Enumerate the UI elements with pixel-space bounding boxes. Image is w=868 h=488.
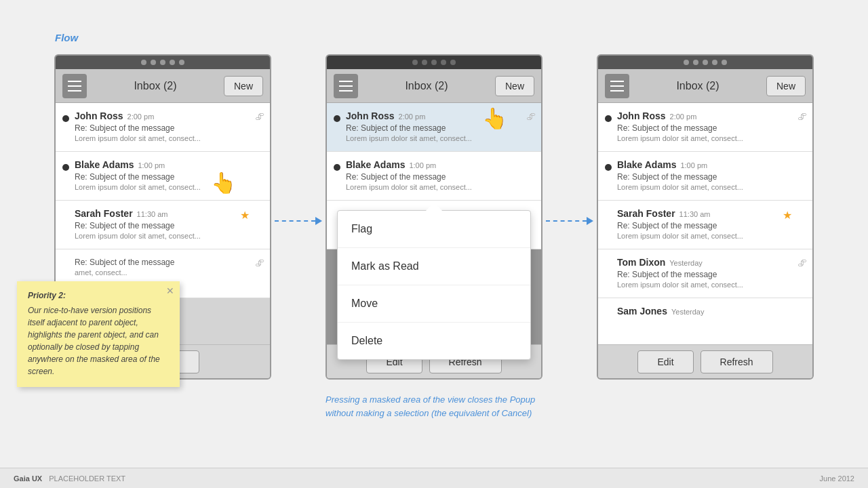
email-item[interactable]: Tom DixonYesterday Re: Subject of the me… [598, 249, 812, 298]
email-item[interactable]: John Ross2:00 pm Re: Subject of the mess… [598, 103, 812, 152]
menu-line [610, 81, 624, 82]
context-menu-flag[interactable]: Flag [338, 211, 530, 248]
attach-icon: 🖇 [797, 258, 807, 268]
attach-icon: 🖇 [526, 111, 536, 122]
phone-header-1: Inbox (2) New [56, 69, 270, 103]
menu-line [610, 90, 624, 92]
email-item[interactable]: Blake Adams1:00 pm Re: Subject of the me… [598, 152, 812, 201]
footer-brand: Gaia UX [14, 474, 42, 483]
phone-dot [684, 60, 689, 65]
menu-line [68, 90, 81, 92]
email-sender: Sam JonesYesterday [617, 305, 806, 317]
email-item[interactable]: Sam JonesYesterday [598, 298, 812, 347]
email-sender: Blake Adams1:00 pm [617, 159, 806, 171]
phone-dot [703, 60, 708, 65]
sticky-note-title: Priority 2: [28, 291, 169, 300]
menu-button-1[interactable] [62, 74, 87, 98]
footer-left: Gaia UX PLACEHOLDER TEXT [14, 474, 125, 483]
phone-dot [160, 60, 165, 65]
context-menu-move[interactable]: Move [338, 285, 530, 323]
dashed-arrow [546, 217, 593, 225]
email-item[interactable]: John Ross2:00 pm Re: Subject of the mess… [56, 103, 270, 152]
arrow-2-3 [546, 217, 593, 225]
star-icon[interactable]: ★ [240, 209, 250, 222]
menu-button-3[interactable] [605, 74, 629, 98]
email-item[interactable]: Sarah Foster11:30 am Re: Subject of the … [56, 201, 270, 249]
star-icon[interactable]: ★ [783, 209, 792, 222]
email-preview: Lorem ipsum dolor sit amet, consect... [346, 134, 509, 142]
phone-dot [179, 60, 184, 65]
email-subject: Re: Subject of the message [617, 221, 806, 230]
email-item[interactable]: Blake Adams1:00 pm Re: Subject of the me… [56, 152, 270, 201]
touch-cursor-2: 👆 [482, 106, 507, 130]
arrow-head [587, 217, 593, 225]
inbox-title-2: Inbox (2) [405, 80, 448, 92]
new-button-3[interactable]: New [766, 76, 806, 96]
sticky-close-button[interactable]: ✕ [166, 285, 174, 296]
menu-button-2[interactable] [334, 74, 358, 98]
email-item[interactable]: Sarah Foster11:30 am Re: Subject of the … [598, 201, 812, 249]
phone-top-bar-3 [598, 56, 812, 69]
phone-header-3: Inbox (2) New [598, 69, 812, 103]
dashed-arrow [275, 217, 322, 225]
email-sender: Blake Adams1:00 pm [346, 159, 534, 171]
email-preview: Lorem ipsum dolor sit amet, consect... [346, 183, 509, 191]
menu-line [339, 81, 353, 82]
email-sender: Sarah Foster11:30 am [75, 207, 263, 220]
email-list-1: John Ross2:00 pm Re: Subject of the mess… [56, 103, 270, 298]
menu-line [339, 85, 353, 87]
email-subject: Re: Subject of the message [75, 221, 263, 230]
context-menu-mark-read[interactable]: Mark as Read [338, 248, 530, 285]
edit-button-3[interactable]: Edit [637, 350, 693, 373]
context-menu-delete[interactable]: Delete [338, 323, 530, 359]
phone-dot [141, 60, 146, 65]
context-menu-arrow [426, 203, 442, 211]
email-subject: Re: Subject of the message [75, 123, 263, 133]
attach-icon: 🖇 [255, 258, 264, 268]
phone-dot [712, 60, 717, 65]
email-subject: Re: Subject of the message [617, 123, 806, 133]
email-subject: Re: Subject of the message [617, 270, 806, 279]
email-sender: Tom DixonYesterday [617, 256, 806, 268]
phone-header-2: Inbox (2) New [327, 69, 541, 103]
email-list-3: John Ross2:00 pm Re: Subject of the mess… [598, 103, 812, 347]
email-preview: amet, consect... [75, 268, 237, 277]
phone-bottom-bar-3: Edit Refresh [598, 344, 812, 378]
new-button-2[interactable]: New [495, 76, 534, 96]
phone-dot [722, 60, 727, 65]
email-sender: Sarah Foster11:30 am [617, 207, 806, 220]
email-preview: Lorem ipsum dolor sit amet, consect... [617, 232, 780, 240]
email-preview: Lorem ipsum dolor sit amet, consect... [617, 183, 780, 191]
arrow-head [315, 217, 322, 225]
email-subject: Re: Subject of the message [617, 172, 806, 182]
arrow-1-2 [275, 217, 322, 225]
email-item-highlighted[interactable]: John Ross2:00 pm Re: Subject of the mess… [327, 103, 541, 152]
email-sender: John Ross2:00 pm [75, 110, 263, 122]
menu-line [339, 90, 353, 92]
attach-icon: 🖇 [255, 111, 264, 122]
new-button-1[interactable]: New [224, 76, 263, 96]
attach-icon: 🖇 [797, 111, 807, 122]
inbox-title-3: Inbox (2) [676, 80, 719, 92]
email-subject: Re: Subject of the message [346, 172, 534, 182]
app-title: Flow [55, 32, 78, 43]
inbox-title-1: Inbox (2) [134, 80, 176, 92]
touch-cursor-1: 👆 [211, 171, 236, 195]
dashed-line [275, 220, 315, 222]
email-preview: Lorem ipsum dolor sit amet, consect... [75, 134, 237, 142]
footer-placeholder: PLACEHOLDER TEXT [49, 474, 125, 483]
context-menu: Flag Mark as Read Move Delete [337, 210, 531, 360]
sticky-note: ✕ Priority 2: Our nice-to-have version p… [17, 281, 180, 387]
email-sender: Blake Adams1:00 pm [75, 159, 263, 171]
email-item[interactable]: Blake Adams1:00 pm Re: Subject of the me… [327, 152, 541, 201]
phone-dot [151, 60, 156, 65]
footer-date: June 2012 [820, 474, 854, 483]
phone-dot [693, 60, 698, 65]
caption-text: Pressing a masked area of the view close… [326, 393, 542, 420]
email-sender: John Ross2:00 pm [617, 110, 806, 122]
email-subject: Re: Subject of the message [75, 258, 263, 267]
footer: Gaia UX PLACEHOLDER TEXT June 2012 [0, 468, 868, 488]
dashed-line [546, 220, 587, 222]
phone-top-bar-1 [56, 56, 270, 69]
refresh-button-3[interactable]: Refresh [701, 350, 773, 373]
